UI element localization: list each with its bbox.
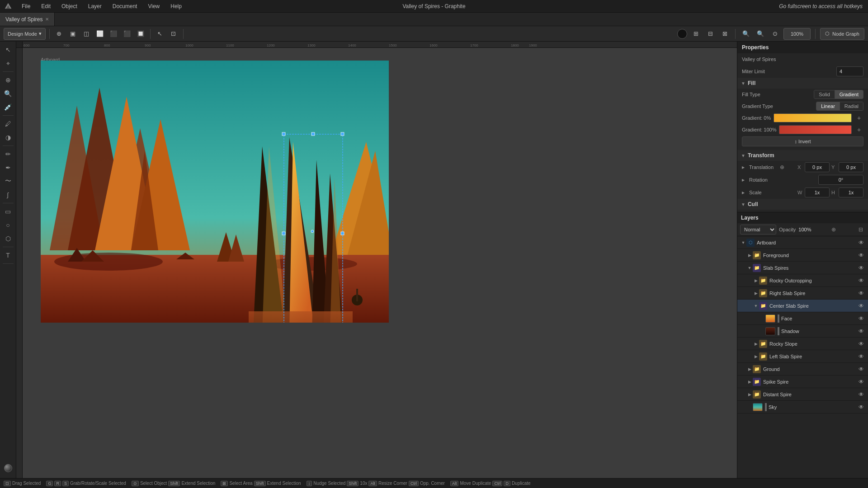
- layer-item-ground[interactable]: ▶ 📁 Ground 👁: [737, 363, 868, 375]
- translation-x-input[interactable]: [805, 162, 830, 172]
- layer-item-center-slab-spire[interactable]: ▼ 📁 Center Slab Spire 👁: [737, 300, 868, 312]
- menu-view[interactable]: View: [146, 2, 161, 10]
- tool-bezier[interactable]: ∫: [2, 188, 14, 201]
- tool-zoom[interactable]: 🔍: [2, 87, 14, 100]
- translation-y-input[interactable]: [839, 162, 863, 172]
- tool-pen[interactable]: ✏: [2, 148, 14, 160]
- new-layer-btn[interactable]: ⊕: [53, 28, 65, 40]
- layer-item-spike-spire[interactable]: ▶ 📁 Spike Spire 👁: [737, 375, 868, 388]
- gradient-100-bar[interactable]: [779, 125, 852, 134]
- scale-h-input[interactable]: [839, 188, 863, 197]
- zoom-display[interactable]: 100%: [783, 28, 811, 40]
- foreground-eye-icon[interactable]: 👁: [857, 251, 865, 259]
- rocky-outcropping-expand-icon[interactable]: ▶: [753, 277, 759, 284]
- slab-spires-expand-icon[interactable]: ▼: [746, 265, 753, 271]
- tool-ellipse[interactable]: ○: [2, 219, 14, 231]
- tool-eyedropper[interactable]: 💉: [2, 101, 14, 113]
- layer-item-artboard[interactable]: ▼ ⬡ Artboard 👁: [737, 236, 868, 249]
- tab-valley-of-spires[interactable]: Valley of Spires ✕: [0, 13, 55, 26]
- layer-item-foreground[interactable]: ▶ 📁 Foreground 👁: [737, 249, 868, 262]
- foreground-expand-icon[interactable]: ▶: [746, 252, 753, 258]
- tool-navigate[interactable]: ⊕: [2, 74, 14, 86]
- miter-limit-input[interactable]: [836, 66, 863, 76]
- tool-polygon[interactable]: ⬡: [2, 232, 14, 245]
- tool-color-picker[interactable]: [2, 462, 14, 474]
- ground-expand-icon[interactable]: ▶: [746, 366, 753, 372]
- layer-item-rocky-outcropping[interactable]: ▶ 📁 Rocky Outcropping 👁: [737, 274, 868, 287]
- snap-btn[interactable]: 🔲: [135, 28, 146, 40]
- layer-item-left-slab-spire[interactable]: ▶ 📁 Left Slab Spire 👁: [737, 350, 868, 363]
- canvas-area[interactable]: Artboard: [23, 48, 737, 478]
- blend-mode-select[interactable]: Normal: [740, 225, 776, 235]
- fill-solid-btn[interactable]: Solid: [814, 90, 835, 99]
- align-btn[interactable]: ⬛: [121, 28, 133, 40]
- grid-btn[interactable]: ⊟: [704, 28, 716, 40]
- tool-rect[interactable]: ▭: [2, 205, 14, 218]
- select-btn[interactable]: ↖: [154, 28, 166, 40]
- left-slab-expand-icon[interactable]: ▶: [753, 353, 759, 360]
- node-graph-btn[interactable]: ⬡ Node Graph: [820, 28, 864, 40]
- tool-freehand[interactable]: ✒: [2, 161, 14, 174]
- menu-edit[interactable]: Edit: [39, 2, 52, 10]
- zoom-in-btn[interactable]: 🔍: [755, 28, 766, 40]
- rocky-slope-eye-icon[interactable]: 👁: [857, 340, 865, 348]
- artboard-expand-icon[interactable]: ▼: [740, 239, 746, 246]
- right-slab-eye-icon[interactable]: 👁: [857, 289, 865, 297]
- layer-item-slab-spires[interactable]: ▼ 📁 Slab Spires 👁: [737, 262, 868, 274]
- fill-gradient-btn[interactable]: Gradient: [835, 90, 863, 99]
- view-options-btn[interactable]: ⊞: [690, 28, 702, 40]
- layer-item-right-slab-spire[interactable]: ▶ 📁 Right Slab Spire 👁: [737, 287, 868, 300]
- invert-btn[interactable]: ↕ Invert: [742, 136, 863, 146]
- gradient-linear-btn[interactable]: Linear: [816, 102, 840, 110]
- center-slab-eye-icon[interactable]: 👁: [857, 302, 865, 310]
- boolean-btn[interactable]: ◫: [80, 28, 92, 40]
- spike-spire-expand-icon[interactable]: ▶: [746, 379, 753, 385]
- layer-item-rocky-slope[interactable]: ▶ 📁 Rocky Slope 👁: [737, 338, 868, 350]
- rotation-input[interactable]: [818, 175, 863, 185]
- tool-text[interactable]: T: [2, 249, 14, 262]
- gradient-0-add[interactable]: +: [854, 113, 863, 122]
- artboard-eye-icon[interactable]: 👁: [857, 239, 865, 247]
- layer-item-shadow[interactable]: ▶ Shadow 👁: [737, 325, 868, 338]
- transform-section-header[interactable]: ▼ Transform: [737, 150, 868, 161]
- menu-document[interactable]: Document: [111, 2, 139, 10]
- arrange-btn[interactable]: ⬛: [108, 28, 119, 40]
- gradient-0-bar[interactable]: [774, 113, 852, 122]
- translation-link-icon[interactable]: ⊕: [780, 164, 784, 170]
- left-slab-eye-icon[interactable]: 👁: [857, 352, 865, 361]
- face-eye-icon[interactable]: 👁: [857, 314, 865, 323]
- layers-add-icon[interactable]: ⊕: [829, 225, 838, 234]
- tool-gradient[interactable]: ◑: [2, 131, 14, 144]
- distant-spire-expand-icon[interactable]: ▶: [746, 391, 753, 398]
- tool-fill[interactable]: 🖊: [2, 117, 14, 130]
- ground-eye-icon[interactable]: 👁: [857, 365, 865, 373]
- gradient-radial-btn[interactable]: Radial: [840, 102, 863, 110]
- extra-btn[interactable]: ⊠: [719, 28, 731, 40]
- menu-help[interactable]: Help: [169, 2, 184, 10]
- slab-spires-eye-icon[interactable]: 👁: [857, 264, 865, 272]
- scale-w-input[interactable]: [805, 188, 830, 197]
- shadow-eye-icon[interactable]: 👁: [857, 327, 865, 335]
- mode-dropdown[interactable]: Design Mode ▾: [4, 28, 46, 40]
- flatten-btn[interactable]: ⬜: [94, 28, 106, 40]
- tool-spiro[interactable]: 〜: [2, 175, 14, 188]
- right-slab-expand-icon[interactable]: ▶: [753, 290, 759, 296]
- color-swatch-black[interactable]: [677, 29, 687, 39]
- menu-file[interactable]: File: [20, 2, 32, 10]
- center-slab-expand-icon[interactable]: ▼: [753, 303, 759, 309]
- layer-item-distant-spire[interactable]: ▶ 📁 Distant Spire 👁: [737, 388, 868, 401]
- sky-eye-icon[interactable]: 👁: [857, 403, 865, 411]
- tool-nodes[interactable]: ⌖: [2, 57, 14, 70]
- tool-select[interactable]: ↖: [2, 43, 14, 56]
- spike-spire-eye-icon[interactable]: 👁: [857, 378, 865, 386]
- menu-layer[interactable]: Layer: [86, 2, 104, 10]
- fill-section-header[interactable]: ▼ Fill: [737, 78, 868, 89]
- gradient-100-add[interactable]: +: [854, 125, 863, 134]
- layer-item-sky[interactable]: ▶ Sky 👁: [737, 401, 868, 413]
- distant-spire-eye-icon[interactable]: 👁: [857, 390, 865, 399]
- group-btn[interactable]: ▣: [67, 28, 79, 40]
- close-tab-icon[interactable]: ✕: [45, 17, 49, 22]
- menu-object[interactable]: Object: [60, 2, 79, 10]
- layers-delete-icon[interactable]: ⊟: [856, 225, 865, 234]
- rocky-slope-expand-icon[interactable]: ▶: [753, 341, 759, 347]
